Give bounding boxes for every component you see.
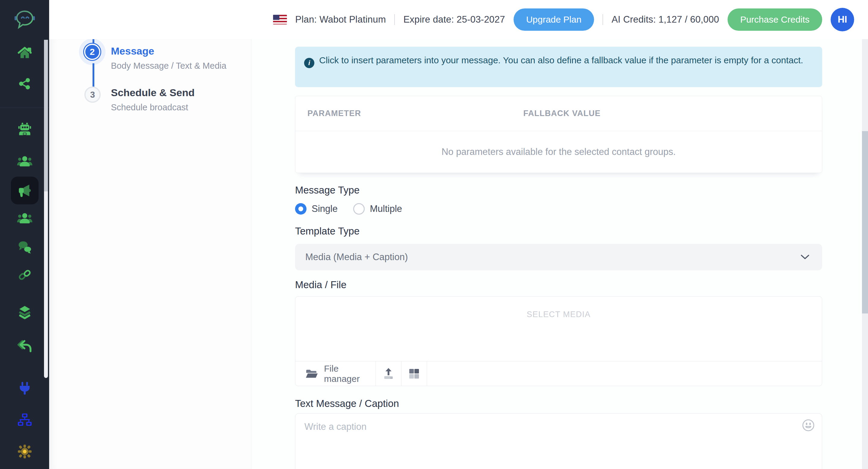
ai-credits-label: AI Credits: 1,127 / 60,000 (612, 14, 719, 25)
campaigns-icon[interactable] (12, 300, 37, 325)
megaphone-icon (17, 182, 33, 199)
step-connector (93, 63, 94, 87)
wabot-logo-icon[interactable] (12, 7, 37, 33)
caption-field-wrap (295, 413, 822, 469)
user-avatar[interactable]: HI (831, 8, 854, 31)
purchase-credits-button[interactable]: Purchase Credits (727, 8, 822, 31)
header-divider (394, 14, 395, 25)
media-select-box[interactable]: SELECT MEDIA File manager (295, 296, 822, 386)
radio-single-label: Single (312, 204, 338, 214)
sidebar-scrollbar-thumb[interactable] (44, 40, 48, 191)
step-title: Message (111, 45, 226, 57)
radio-multiple-label: Multiple (370, 204, 402, 214)
settings-gear-icon[interactable] (12, 439, 37, 464)
header-divider (602, 14, 603, 25)
radio-single[interactable]: Single (295, 203, 338, 215)
template-type-select[interactable]: Media (Media + Caption) (295, 244, 822, 270)
file-manager-label: File manager (324, 364, 375, 384)
main-scrollbar[interactable] (862, 39, 868, 469)
upload-button[interactable] (376, 362, 401, 386)
parameters-table-header: PARAMETER FALLBACK VALUE (296, 96, 822, 131)
caption-textarea[interactable] (296, 413, 822, 469)
main-scrollbar-thumb[interactable] (862, 131, 868, 313)
step-subtitle: Body Message / Text & Media (111, 61, 226, 71)
top-header: Plan: Wabot Platinum Expire date: 25-03-… (49, 0, 868, 39)
radio-unselected-icon[interactable] (353, 203, 365, 215)
step-subtitle: Schedule broadcast (111, 102, 195, 113)
parameters-info-alert: iClick to insert parameters into your me… (295, 47, 822, 87)
chats-icon[interactable] (12, 234, 37, 260)
message-type-radio-group: Single Multiple (295, 203, 822, 215)
smiley-icon (802, 419, 815, 432)
sidebar-divider (0, 107, 49, 108)
template-type-label: Template Type (295, 225, 822, 237)
media-toolbar: File manager (296, 361, 822, 386)
expire-date-label: Expire date: 25-03-2027 (403, 14, 505, 25)
links-icon[interactable] (12, 262, 37, 287)
info-icon: i (304, 58, 314, 68)
gallery-button[interactable] (401, 362, 427, 386)
select-media-placeholder: SELECT MEDIA (296, 310, 822, 319)
radio-multiple[interactable]: Multiple (353, 203, 402, 215)
media-toolbar-spacer (427, 362, 822, 386)
chatbot-icon[interactable] (12, 117, 37, 142)
column-parameter: PARAMETER (296, 109, 511, 118)
parameters-table: PARAMETER FALLBACK VALUE No parameters a… (295, 96, 822, 173)
parameters-table-empty-row: No parameters available for the selected… (296, 131, 822, 173)
us-flag-icon (273, 15, 287, 24)
caption-label: Text Message / Caption (295, 398, 822, 409)
step-3-indicator[interactable]: 3 (84, 87, 101, 103)
media-file-label: Media / File (295, 279, 822, 290)
file-manager-button[interactable]: File manager (296, 362, 376, 386)
main-content: iClick to insert parameters into your me… (251, 39, 868, 469)
sidebar (0, 0, 49, 469)
step-2-message[interactable]: Message Body Message / Text & Media (111, 45, 226, 71)
groups-icon[interactable] (12, 206, 37, 231)
step-3-schedule[interactable]: Schedule & Send Schedule broadcast (111, 87, 195, 113)
step-title: Schedule & Send (111, 87, 195, 99)
folder-open-icon (306, 369, 318, 379)
integrations-icon[interactable] (12, 376, 37, 401)
alert-text: Click to insert parameters into your mes… (319, 55, 803, 65)
upgrade-plan-button[interactable]: Upgrade Plan (514, 8, 594, 31)
sidebar-item-broadcast-active[interactable] (11, 177, 38, 205)
flows-icon[interactable] (12, 407, 37, 433)
message-type-label: Message Type (295, 184, 822, 196)
upload-icon (383, 368, 394, 380)
step-2-indicator[interactable]: 2 (84, 44, 100, 60)
broadcast-steps-panel: 2 3 Message Body Message / Text & Media … (49, 39, 251, 469)
plan-label: Plan: Wabot Platinum (296, 14, 386, 25)
contacts-icon[interactable] (12, 149, 37, 175)
template-type-value: Media (Media + Caption) (305, 252, 408, 262)
home-icon[interactable] (12, 40, 37, 66)
radio-selected-icon[interactable] (295, 203, 307, 215)
sidebar-scrollbar[interactable] (44, 40, 48, 378)
emoji-picker-button[interactable] (802, 419, 815, 433)
replies-icon[interactable] (12, 333, 37, 359)
grid-icon (409, 368, 420, 379)
chevron-down-icon (801, 254, 809, 260)
share-nodes-icon[interactable] (12, 71, 37, 96)
column-fallback-value: FALLBACK VALUE (511, 109, 822, 118)
